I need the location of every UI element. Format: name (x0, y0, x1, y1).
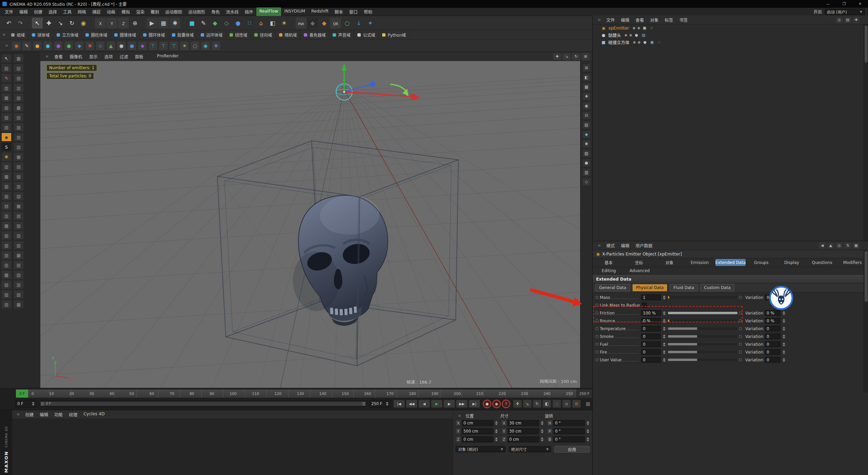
manager-menu-icon[interactable]: ◎ (836, 17, 843, 23)
undo-redo-icon[interactable]: ↷ (15, 18, 26, 28)
xp-toolbar-icon[interactable]: ⊤ (169, 41, 179, 51)
variation-stepper[interactable] (782, 349, 786, 355)
menu-item[interactable]: 流水线 (223, 7, 242, 16)
field-button[interactable]: 随机域 (276, 30, 300, 39)
create-object-icon[interactable]: ∷ (244, 18, 255, 28)
palette-tool-icon[interactable]: ▨ (14, 221, 24, 230)
property-value-field[interactable]: 0 (641, 334, 661, 339)
attribute-tab[interactable]: Groups (746, 259, 776, 266)
xp-toolbar-icon[interactable]: ✚ (211, 41, 221, 51)
view-nav-icon[interactable]: ↻ (572, 53, 580, 60)
variation-keyframe-circle-icon[interactable] (739, 358, 742, 361)
menu-item[interactable]: 选择 (45, 7, 60, 16)
viewport-side-icon[interactable]: ▦ (582, 83, 591, 91)
palette-tool-icon[interactable]: ▨ (1, 290, 12, 299)
menu-item[interactable]: 网格 (75, 7, 89, 16)
palette-tool-icon[interactable]: ▤ (14, 113, 24, 122)
manager-menu-icon[interactable]: ◎ (836, 243, 843, 249)
size-value-field[interactable]: 30 cm (508, 420, 539, 426)
apply-button[interactable]: 应用 (554, 446, 590, 453)
playback-button[interactable]: ▶| (469, 400, 480, 408)
menu-item[interactable]: 动画 (104, 7, 118, 16)
playback-button[interactable]: ▶▶ (456, 400, 468, 408)
tool-icon[interactable]: ↻ (66, 18, 77, 28)
viewport-side-icon[interactable]: ◇ (582, 178, 591, 186)
create-object-icon[interactable]: ⌂ (256, 18, 267, 28)
value-stepper[interactable] (540, 437, 544, 442)
palette-tool-icon[interactable]: ▧ (1, 231, 12, 240)
palette-tool-icon[interactable]: ▨ (1, 113, 12, 122)
menu-item[interactable]: 窗口 (346, 7, 361, 16)
render-visibility-dot[interactable] (637, 27, 640, 30)
xp-toolbar-icon[interactable]: ● (33, 41, 42, 51)
viewport-side-icon[interactable]: ✚ (582, 92, 591, 100)
field-button[interactable]: Python域 (379, 30, 410, 39)
panel-grip-icon[interactable]: ≡ (595, 243, 603, 248)
object-manager-menu-item[interactable]: 对象 (647, 16, 662, 24)
value-stepper[interactable] (586, 437, 590, 442)
timeline-menu-icon[interactable]: ⊞ (584, 400, 592, 408)
frame-stepper[interactable] (31, 401, 35, 406)
palette-tool-icon[interactable]: ▥ (1, 261, 12, 269)
position-value-field[interactable]: 0 cm (462, 436, 493, 442)
value-stepper[interactable] (662, 334, 666, 339)
field-button[interactable]: 公式域 (354, 30, 379, 39)
menu-item[interactable]: 运动跟踪 (162, 7, 185, 16)
menu-item[interactable]: 模拟 (118, 7, 133, 16)
field-button[interactable]: 圆环体域 (140, 30, 169, 39)
palette-tool-icon[interactable]: ▨ (14, 74, 24, 82)
variation-keyframe-circle-icon[interactable] (739, 327, 742, 330)
panel-grip-icon[interactable]: ≡ (456, 414, 463, 418)
xp-toolbar-icon[interactable]: ○ (190, 41, 200, 51)
palette-tool-icon[interactable]: ▨ (1, 192, 12, 201)
variation-keyframe-circle-icon[interactable] (739, 335, 742, 338)
material-menu-item[interactable]: 创建 (22, 411, 37, 418)
property-slider[interactable] (668, 351, 737, 353)
end-frame-field[interactable]: 250 F (370, 400, 391, 407)
create-object-icon[interactable]: ◧ (267, 18, 278, 28)
field-button[interactable]: 组域 (8, 30, 28, 39)
current-frame-field[interactable]: 0 F (16, 400, 37, 407)
create-object-icon[interactable]: ◇ (221, 18, 232, 28)
create-object-icon[interactable]: ✎ (198, 18, 209, 28)
keyframe-toggle-icon[interactable]: ⊙ (572, 400, 581, 408)
axis-lock-icon[interactable]: ⊕ (130, 18, 140, 28)
palette-tool-icon[interactable]: ▤ (1, 202, 12, 210)
xp-toolbar-icon[interactable]: ⊤ (159, 41, 168, 51)
current-frame-marker[interactable]: 0 F (16, 390, 28, 398)
menu-item[interactable]: 创建 (31, 7, 45, 16)
menu-item[interactable]: 角色 (208, 7, 223, 16)
toolbar-grip-icon[interactable]: ≡ (3, 43, 11, 48)
attribute-tab[interactable]: Advanced (625, 267, 655, 274)
phong-tag-icon[interactable]: ● (643, 40, 648, 44)
attribute-tab[interactable]: 基本 (594, 259, 624, 266)
texture-tag-icon[interactable]: ▨ (641, 33, 646, 37)
menu-item[interactable]: 文件 (2, 7, 16, 16)
palette-tool-icon[interactable]: ▥ (1, 83, 12, 92)
object-manager-scrollbar[interactable] (864, 24, 868, 241)
toolbar-grip-icon[interactable]: ≡ (0, 33, 8, 37)
playback-button[interactable]: ◀◀ (406, 400, 417, 408)
manager-menu-icon[interactable]: ▦ (853, 243, 860, 249)
view-nav-icon[interactable]: ↘ (563, 53, 571, 60)
palette-tool-icon[interactable]: ▦ (1, 270, 12, 279)
xp-toolbar-icon[interactable]: ✱ (85, 41, 95, 51)
attribute-tab[interactable]: Questions (807, 259, 837, 266)
palette-tool-icon[interactable]: ▥ (1, 211, 12, 220)
object-manager-menu-item[interactable]: 标签 (662, 16, 676, 24)
data-subtab[interactable]: General Data (595, 284, 630, 291)
property-slider[interactable] (668, 359, 737, 361)
viewport-menu-item[interactable]: 显示 (86, 53, 101, 60)
render-icon[interactable]: ▦ (158, 18, 169, 28)
property-slider[interactable] (668, 327, 737, 330)
rotation-value-field[interactable]: 0 ° (553, 420, 585, 426)
xp-toolbar-icon[interactable]: ◆ (75, 41, 84, 51)
tool-icon[interactable]: ✚ (43, 18, 54, 28)
keyframe-circle-icon[interactable] (595, 296, 598, 299)
palette-tool-icon[interactable]: ▤ (1, 300, 12, 309)
coordinate-mode-select[interactable]: 对象 (相对)▼ (456, 446, 506, 452)
layout-select[interactable]: 启动 (用户)▼ (825, 9, 865, 15)
viewport-side-icon[interactable]: ▥ (582, 168, 591, 176)
manager-menu-icon[interactable]: ✚ (853, 17, 860, 23)
value-stepper[interactable] (494, 420, 498, 426)
